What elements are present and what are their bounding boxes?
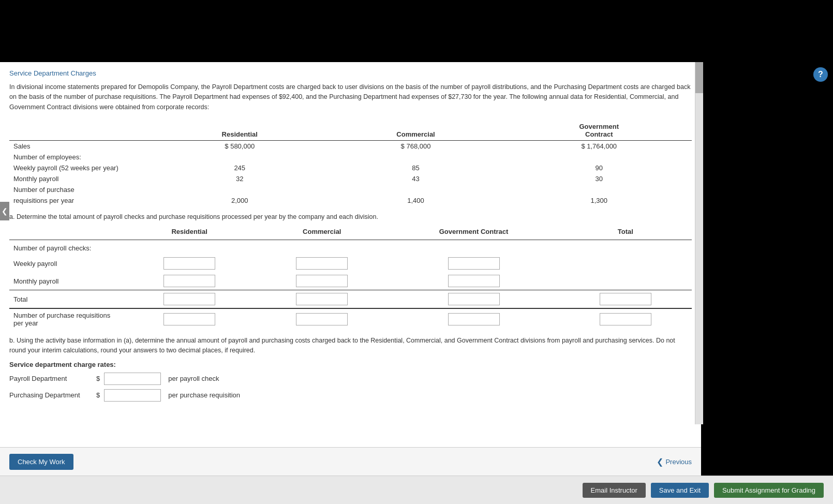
weekly-commercial-cell[interactable] [256, 255, 388, 272]
col-header-government: GovernmentContract [507, 121, 692, 141]
row-employees-label: Number of employees: [9, 152, 154, 162]
total-government-input[interactable] [448, 293, 500, 305]
content-area: Service Department Charges In divisional… [0, 62, 701, 504]
purchasing-dollar-sign: $ [96, 391, 100, 399]
purchasing-rate-input[interactable] [104, 389, 161, 402]
row-sales-residential: $ 580,000 [154, 141, 325, 152]
table-row: Monthly payroll [9, 272, 692, 290]
row-monthly-commercial: 43 [325, 173, 506, 184]
row-requisitions-label: requisitions per year [9, 195, 154, 206]
payroll-rate-desc: per payroll check [168, 375, 219, 382]
total-government-cell[interactable] [388, 290, 559, 309]
weekly-government-input[interactable] [448, 257, 500, 270]
left-arrow-button[interactable]: ❮ [0, 202, 9, 220]
row-monthly-government: 30 [507, 173, 692, 184]
col-a-commercial: Commercial [256, 226, 388, 240]
row-weekly-government: 90 [507, 162, 692, 173]
monthly-commercial-input[interactable] [296, 275, 348, 287]
help-icon-button[interactable]: ? [813, 67, 828, 82]
row-weekly-residential: 245 [154, 162, 325, 173]
previous-chevron-icon: ❮ [657, 457, 663, 467]
help-icon: ? [818, 70, 823, 79]
email-instructor-button[interactable]: Email Instructor [583, 483, 646, 498]
submit-button[interactable]: Submit Assignment for Grading [714, 483, 824, 498]
col-header-label [9, 121, 154, 141]
row-requisitions-commercial: 1,400 [325, 195, 506, 206]
payroll-rate-row: Payroll Department $ per payroll check [9, 373, 692, 385]
left-arrow-icon: ❮ [2, 207, 8, 215]
weekly-payroll-row-label: Weekly payroll [9, 255, 123, 272]
monthly-government-cell[interactable] [388, 272, 559, 290]
previous-label: Previous [665, 458, 692, 466]
monthly-government-input[interactable] [448, 275, 500, 287]
row-requisitions-government: 1,300 [507, 195, 692, 206]
weekly-residential-cell[interactable] [123, 255, 256, 272]
save-and-exit-button[interactable]: Save and Exit [651, 483, 709, 498]
row-weekly-label: Weekly payroll (52 weeks per year) [9, 162, 154, 173]
col-a-total: Total [559, 226, 692, 240]
row-weekly-commercial: 85 [325, 162, 506, 173]
payroll-rate-input[interactable] [104, 373, 161, 385]
purchase-total-input[interactable] [600, 313, 651, 325]
table-row: Number of purchase requisitions per year [9, 308, 692, 330]
payroll-dept-label: Payroll Department [9, 375, 92, 382]
scrollbar-area[interactable] [695, 62, 703, 424]
purchase-residential-input[interactable] [163, 313, 215, 325]
bottom-bar: Check My Work ❮ Previous [0, 447, 701, 476]
purchase-req-row-label: Number of purchase requisitions per year [9, 308, 123, 330]
monthly-total-cell [559, 272, 692, 290]
col-a-residential: Residential [123, 226, 256, 240]
intro-text: In divisional income statements prepared… [9, 82, 692, 112]
monthly-residential-cell[interactable] [123, 272, 256, 290]
service-dept-label: Service department charge rates: [9, 361, 692, 368]
section-title: Service Department Charges [9, 69, 692, 77]
monthly-payroll-row-label: Monthly payroll [9, 272, 123, 290]
row-monthly-label: Monthly payroll [9, 173, 154, 184]
previous-button[interactable]: ❮ Previous [657, 457, 692, 467]
total-total-cell[interactable] [559, 290, 692, 309]
purchase-government-cell[interactable] [388, 308, 559, 330]
total-row-label: Total [9, 290, 123, 309]
col-header-commercial: Commercial [325, 121, 506, 141]
total-commercial-cell[interactable] [256, 290, 388, 309]
col-a-government: Government Contract [388, 226, 559, 240]
row-monthly-residential: 32 [154, 173, 325, 184]
table-row: Weekly payroll [9, 255, 692, 272]
row-sales-government: $ 1,764,000 [507, 141, 692, 152]
weekly-residential-input[interactable] [163, 257, 215, 270]
data-table: Residential Commercial GovernmentContrac… [9, 121, 692, 206]
table-row: Total [9, 290, 692, 309]
purchasing-rate-row: Purchasing Department $ per purchase req… [9, 389, 692, 402]
total-total-input[interactable] [600, 293, 651, 305]
total-commercial-input[interactable] [296, 293, 348, 305]
weekly-total-cell [559, 255, 692, 272]
part-b-heading: b. Using the activity base information i… [9, 336, 692, 355]
purchasing-dept-label: Purchasing Department [9, 391, 92, 399]
row-requisitions-residential: 2,000 [154, 195, 325, 206]
purchase-total-cell[interactable] [559, 308, 692, 330]
part-a-table: Residential Commercial Government Contra… [9, 226, 692, 330]
total-residential-input[interactable] [163, 293, 215, 305]
purchase-commercial-input[interactable] [296, 313, 348, 325]
purchase-commercial-cell[interactable] [256, 308, 388, 330]
purchase-residential-cell[interactable] [123, 308, 256, 330]
footer-bar: Email Instructor Save and Exit Submit As… [0, 476, 833, 504]
row-sales-commercial: $ 768,000 [325, 141, 506, 152]
col-a-label [9, 226, 123, 240]
weekly-commercial-input[interactable] [296, 257, 348, 270]
payroll-checks-label: Number of payroll checks: [9, 240, 692, 255]
payroll-dollar-sign: $ [96, 375, 100, 382]
row-purchase-label: Number of purchase [9, 184, 154, 195]
purchasing-rate-desc: per purchase requisition [168, 391, 240, 399]
part-a-heading: a. Determine the total amount of payroll… [9, 213, 692, 220]
monthly-commercial-cell[interactable] [256, 272, 388, 290]
total-residential-cell[interactable] [123, 290, 256, 309]
scrollable-content[interactable]: Service Department Charges In divisional… [0, 62, 701, 504]
purchase-government-input[interactable] [448, 313, 500, 325]
monthly-residential-input[interactable] [163, 275, 215, 287]
check-work-button[interactable]: Check My Work [9, 454, 73, 470]
weekly-government-cell[interactable] [388, 255, 559, 272]
col-header-residential: Residential [154, 121, 325, 141]
row-sales-label: Sales [9, 141, 154, 152]
scrollbar-thumb[interactable] [695, 62, 703, 93]
